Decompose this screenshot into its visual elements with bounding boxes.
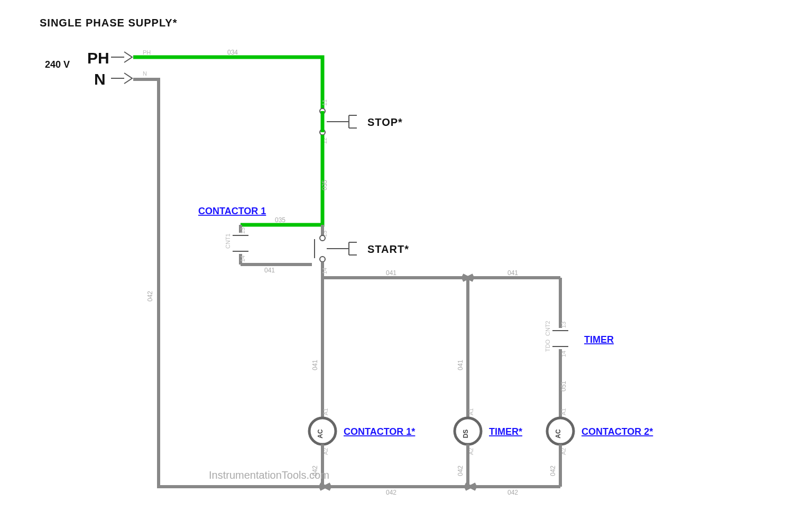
- net-tdo: TDO: [545, 339, 551, 352]
- contactor1-aux-contact: CNT1 13 14: [225, 225, 248, 264]
- timer-coil-label[interactable]: TIMER*: [489, 426, 522, 437]
- voltage-label: 240 V: [45, 59, 70, 70]
- watermark: InstrumentationTools.com: [209, 469, 329, 481]
- net-041v2: 041: [457, 360, 464, 370]
- net-042v3: 042: [549, 466, 557, 476]
- net-cnt1: CNT1: [225, 233, 231, 249]
- net-042v2: 042: [457, 466, 464, 476]
- svg-point-15: [320, 257, 325, 262]
- contactor2-coil-label[interactable]: CONTACTOR 2*: [582, 426, 653, 437]
- net-a1-1: A1: [322, 408, 329, 415]
- net-034: 034: [227, 49, 238, 56]
- neutral-rail-left: [133, 79, 322, 487]
- net-a1-3: A1: [560, 408, 567, 415]
- phase-terminal-icon: [111, 52, 132, 62]
- contactor2-coil: AC: [547, 418, 574, 444]
- net-14c: 14: [239, 256, 246, 262]
- phase-symbol: PH: [87, 49, 109, 67]
- start-label: START*: [367, 243, 409, 255]
- contactor1-coil-label[interactable]: CONTACTOR 1*: [344, 426, 415, 437]
- net-14s: 14: [321, 268, 328, 274]
- schematic-canvas: SINGLE PHASE SUPPLY* 240 V PH N PH N 034…: [0, 0, 812, 529]
- net-11: 11: [321, 99, 328, 106]
- svg-text:DS: DS: [462, 430, 469, 439]
- net-042ba: 042: [386, 489, 396, 496]
- net-041a: 041: [386, 269, 396, 277]
- diagram-title: SINGLE PHASE SUPPLY*: [40, 17, 177, 29]
- timer-coil: DS: [455, 418, 481, 444]
- start-pushbutton[interactable]: [315, 225, 357, 278]
- net-ph: PH: [143, 49, 151, 56]
- svg-point-14: [320, 235, 325, 241]
- net-13t: 13: [560, 322, 567, 328]
- net-042bb: 042: [508, 489, 518, 496]
- net-n: N: [143, 70, 147, 77]
- contactor1-aux-label[interactable]: CONTACTOR 1: [198, 206, 266, 216]
- stop-label: STOP*: [367, 116, 403, 128]
- net-035a: 035: [321, 180, 328, 190]
- net-13c: 13: [239, 227, 246, 234]
- svg-text:AC: AC: [555, 429, 562, 439]
- timer-no-contact: TDO CNT2 13 14: [545, 321, 568, 357]
- net-041v1: 041: [311, 360, 319, 370]
- net-041b: 041: [508, 269, 518, 277]
- timer-contact-label[interactable]: TIMER: [584, 334, 614, 345]
- net-035b: 035: [275, 216, 285, 224]
- svg-text:AC: AC: [317, 429, 324, 439]
- neutral-symbol: N: [94, 70, 106, 88]
- net-cnt2: CNT2: [545, 321, 551, 336]
- wire-ph-to-stop: [133, 57, 322, 108]
- stop-pushbutton[interactable]: [320, 108, 357, 135]
- net-041z: 041: [264, 267, 275, 274]
- contactor1-coil: AC: [309, 418, 336, 444]
- net-a1-2: A1: [468, 408, 474, 415]
- neutral-terminal-icon: [111, 73, 132, 84]
- net-042l: 042: [146, 291, 154, 302]
- net-051: 051: [560, 381, 567, 391]
